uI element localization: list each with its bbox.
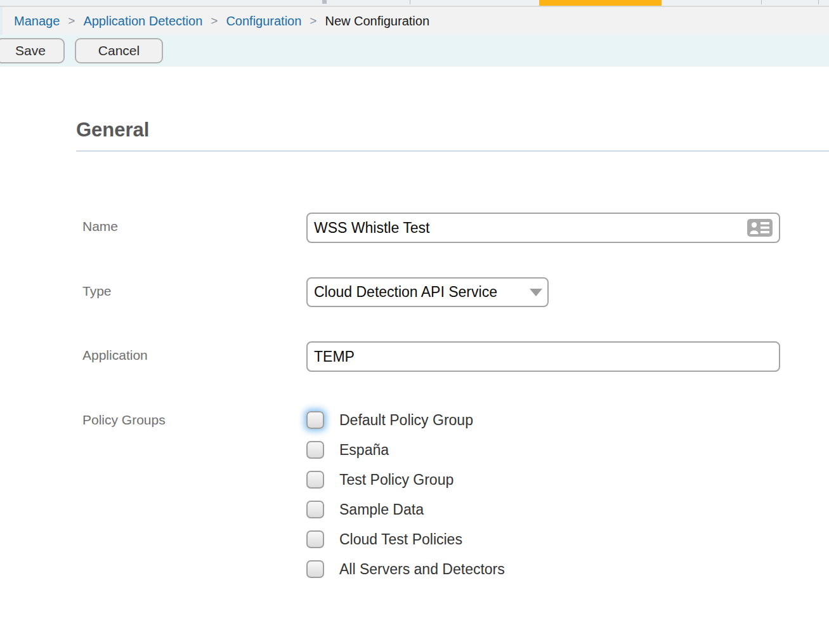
name-input[interactable] (306, 213, 780, 243)
application-input[interactable] (306, 341, 780, 372)
name-row: Name (76, 213, 829, 243)
tab-strip-mark (818, 0, 819, 4)
tab-strip-mark (761, 0, 762, 4)
policy-groups-checkbox-group: Default Policy Group España Test Policy … (306, 406, 505, 578)
application-label: Application (76, 341, 306, 363)
active-tab-indicator[interactable] (539, 0, 662, 6)
section-title-general: General (76, 119, 829, 152)
policy-groups-label: Policy Groups (76, 406, 306, 428)
policy-group-item: Sample Data (306, 501, 505, 518)
breadcrumb-separator: > (68, 14, 75, 28)
checkbox-test-policy-group[interactable] (306, 471, 324, 489)
checkbox-label[interactable]: Sample Data (339, 501, 424, 518)
breadcrumb-separator: > (211, 14, 218, 28)
policy-group-item: España (306, 441, 505, 459)
contact-card-icon[interactable] (747, 219, 773, 237)
top-tab-strip (0, 0, 829, 6)
breadcrumb-bar: Manage > Application Detection > Configu… (0, 7, 829, 35)
breadcrumb: Manage > Application Detection > Configu… (3, 7, 429, 35)
configuration-form: Name Type Cloud Detection API Service (76, 213, 829, 578)
checkbox-espana[interactable] (306, 441, 324, 459)
breadcrumb-manage[interactable]: Manage (14, 14, 60, 29)
checkbox-sample-data[interactable] (306, 501, 324, 518)
checkbox-all-servers-and-detectors[interactable] (306, 560, 324, 578)
policy-groups-row: Policy Groups Default Policy Group Españ… (76, 406, 829, 578)
checkbox-label[interactable]: España (339, 442, 389, 459)
breadcrumb-configuration[interactable]: Configuration (226, 14, 301, 29)
application-row: Application (76, 341, 829, 372)
checkbox-label[interactable]: All Servers and Detectors (339, 561, 505, 578)
name-input-wrap (306, 213, 780, 243)
tab-strip-mark (410, 0, 410, 4)
type-select[interactable]: Cloud Detection API Service (306, 277, 549, 307)
main-content: General Name Type Cloud Detection A (0, 119, 829, 578)
save-button[interactable]: Save (0, 38, 65, 63)
cancel-button[interactable]: Cancel (75, 38, 163, 63)
checkbox-label[interactable]: Cloud Test Policies (339, 531, 462, 548)
checkbox-cloud-test-policies[interactable] (306, 530, 324, 548)
breadcrumb-separator: > (310, 14, 317, 28)
tab-strip-mark (322, 0, 327, 4)
checkbox-default-policy-group[interactable] (306, 411, 324, 429)
type-label: Type (76, 277, 306, 299)
checkbox-label[interactable]: Test Policy Group (339, 471, 454, 489)
type-selected-value: Cloud Detection API Service (314, 284, 530, 301)
breadcrumb-application-detection[interactable]: Application Detection (83, 14, 202, 29)
policy-group-item: Cloud Test Policies (306, 530, 505, 548)
checkbox-label[interactable]: Default Policy Group (339, 412, 473, 429)
chevron-down-icon (530, 289, 542, 296)
policy-group-item: All Servers and Detectors (306, 560, 505, 578)
name-label: Name (76, 213, 306, 234)
application-input-wrap (306, 341, 780, 372)
action-toolbar: Save Cancel (0, 35, 829, 67)
policy-group-item: Default Policy Group (306, 411, 505, 429)
policy-group-item: Test Policy Group (306, 471, 505, 489)
type-row: Type Cloud Detection API Service (76, 277, 829, 307)
breadcrumb-current-page: New Configuration (325, 14, 429, 29)
